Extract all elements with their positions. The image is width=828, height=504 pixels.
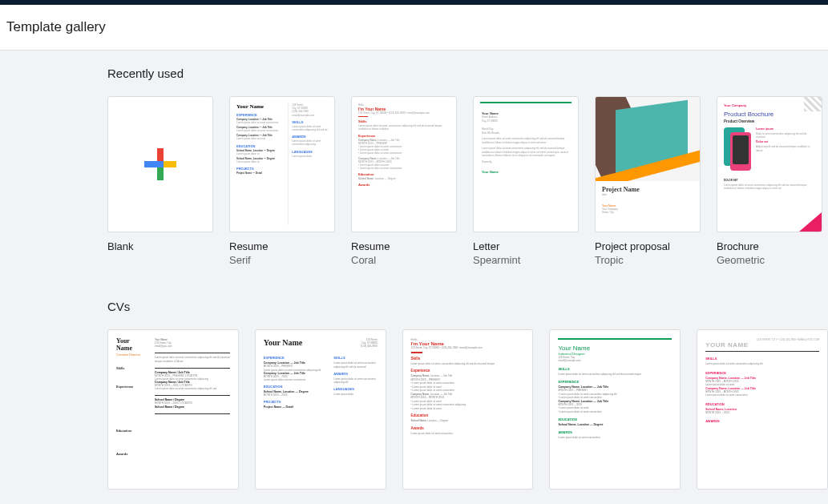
thumb-line: Lorem ipsum dolor sit amet consectetur a… bbox=[482, 147, 570, 158]
thumb-line: Lorem ipsum dolor sit amet, consectetur … bbox=[411, 362, 525, 366]
template-proposal-tropic[interactable]: Project Name date Your Name Your Company… bbox=[595, 96, 701, 268]
thumb-role: Creative Director bbox=[116, 353, 148, 357]
thumb-line: Your Name123 Street, Cityemail@you.com bbox=[155, 338, 230, 349]
thumb-line: Lorem ipsum dolor sit amet bbox=[236, 137, 283, 140]
thumb-line: Lorem ipsum dolor sit amet consectetur bbox=[411, 432, 525, 436]
thumb-heading: PROJECTS bbox=[264, 400, 326, 404]
template-blank[interactable]: Blank bbox=[107, 96, 213, 268]
template-name: Brochure bbox=[717, 240, 822, 254]
thumb-line: MONTH 20XX – 20XX bbox=[705, 411, 819, 415]
template-thumb: Your Name EXPERIENCE Company, Location —… bbox=[229, 96, 335, 232]
thumb-heading: Education bbox=[358, 172, 450, 176]
thumb-line: Dolor sit amet consectetur adipiscing el… bbox=[756, 132, 815, 139]
thumb-line: MONTH 20XX – MONTH 20XXLorem ipsum dolor… bbox=[705, 380, 819, 387]
thumb-art bbox=[596, 97, 700, 181]
thumb-heading: Experience bbox=[411, 369, 525, 373]
thumb-name: Your Name bbox=[264, 338, 302, 347]
template-subname: Serif bbox=[229, 254, 335, 268]
thumb-heading: Education bbox=[411, 413, 525, 417]
thumb-line: Sincerely, bbox=[482, 160, 570, 164]
thumb-line: School Name, Location — Degree bbox=[411, 419, 525, 423]
template-resume-serif[interactable]: Your Name EXPERIENCE Company, Location —… bbox=[229, 96, 335, 268]
thumb-line: Company Name, Location — Job TitleMONTH … bbox=[358, 157, 450, 171]
page-title: Template gallery bbox=[6, 19, 822, 35]
thumb-line: Company Name, Location — Job TitleMONTH … bbox=[411, 393, 525, 411]
content: Recently used Blank bbox=[0, 50, 828, 490]
thumb-heading: SKILLS bbox=[333, 356, 377, 360]
cvs-section: CVs YourName Creative Director Skills Ex… bbox=[107, 300, 828, 490]
thumb-heading: Awards bbox=[411, 426, 525, 430]
thumb-line: MONTH 20XX – 20XX bbox=[264, 393, 326, 397]
template-subname: Coral bbox=[351, 254, 457, 268]
thumb-heading: EXPERIENCE bbox=[705, 371, 819, 375]
thumb-line: 123 Street, City, ST 00000 • (123) 456-7… bbox=[358, 111, 450, 115]
template-brochure-geometric[interactable]: Your Company Product Brochure Product Ov… bbox=[717, 96, 822, 268]
thumb-sep bbox=[358, 116, 368, 117]
template-cv-serif[interactable]: Your Name 123 StreetCity, ST 00000(123) … bbox=[255, 329, 386, 490]
thumb-line: MONTH 20XX – PRESENT• Lorem ipsum dolor … bbox=[558, 389, 672, 400]
thumb-heading: Awards bbox=[116, 452, 148, 456]
thumb-corner bbox=[799, 212, 822, 232]
thumb-line: Lorem ipsum dolor sit amet consectetur bbox=[236, 129, 283, 132]
thumb-line: Street AddressCity, ST 00000 bbox=[482, 115, 570, 123]
thumb-line: MONTH 20XX – PRESENT, LOCATIONLorem ipsu… bbox=[155, 374, 230, 381]
thumb-line: Lorem ipsum dolor sit amet consectetur a… bbox=[482, 137, 570, 144]
thumb-line: MONTH 20XX – 20XX, LOCATIONLorem ipsum d… bbox=[155, 384, 230, 390]
template-cv-modern-writer[interactable]: 123 STREET, CITY • (123) 456-7890 • EMAI… bbox=[697, 329, 828, 490]
thumb-heading: Awards bbox=[358, 183, 450, 187]
thumb-line: Lorem ipsum dolor sit amet consectetur a… bbox=[558, 373, 672, 377]
template-name: Resume bbox=[229, 240, 335, 254]
page-header: Template gallery bbox=[0, 5, 828, 50]
template-letter-spearmint[interactable]: Your Name Street AddressCity, ST 00000 M… bbox=[473, 96, 579, 268]
thumb-line: MONTH 20XX – PRESENTLorem ipsum dolor si… bbox=[264, 365, 326, 371]
thumb-school: School Name / Degree bbox=[155, 405, 230, 409]
thumb-heading: Dolor set bbox=[756, 140, 815, 143]
thumb-heading: SKILLS bbox=[705, 357, 819, 361]
thumb-line: MONTH 20XX – MONTH 20XXLorem ipsum dolor… bbox=[705, 390, 819, 397]
svg-rect-4 bbox=[157, 161, 164, 167]
template-name: Project proposal bbox=[595, 240, 701, 254]
template-name: Resume bbox=[351, 240, 457, 254]
template-thumb bbox=[107, 96, 213, 232]
thumb-heading: PROJECTS bbox=[236, 167, 283, 171]
plus-icon bbox=[141, 145, 180, 183]
thumb-line: Lorem ipsum dolor sit bbox=[236, 152, 283, 155]
template-cv-swiss[interactable]: YourName Creative Director Skills Experi… bbox=[107, 329, 239, 490]
thumb-line: Adipiscing elit sed do eiusmod tempor in… bbox=[756, 145, 815, 151]
thumb-bold: School Name, Location — Degree bbox=[558, 423, 672, 426]
thumb-line: 123 Street, Cityemail@example.com bbox=[558, 356, 672, 363]
template-subname: Spearmint bbox=[473, 254, 579, 268]
thumb-line: Lorem ipsum dolor sit amet consectetur a… bbox=[155, 356, 230, 362]
template-cv-spearmint[interactable]: Your Name Industrial Designer 123 Street… bbox=[549, 329, 681, 490]
thumb-line: Company Name, Location — Job TitleMONTH … bbox=[411, 374, 525, 393]
template-thumb: Hello, I'm Your Name 123 Street, City, S… bbox=[351, 96, 457, 232]
thumb-line: Lorem ipsum dolor sit amet consectetur a… bbox=[705, 362, 819, 366]
thumb-heading: EXPERIENCE bbox=[558, 380, 672, 384]
thumb-your-name: Your Name bbox=[236, 103, 283, 110]
thumb-heading: EXPERIENCE bbox=[236, 113, 283, 117]
thumb-heading: SKILLS bbox=[292, 120, 328, 124]
template-thumb: Your Company Product Brochure Product Ov… bbox=[717, 96, 822, 232]
thumb-line: Lorem ipsum dolor bbox=[292, 155, 328, 158]
thumb-name: YOUR NAME bbox=[705, 341, 819, 349]
thumb-title: Product Brochure bbox=[724, 111, 815, 118]
thumb-line: Lorem ipsum dolor sit amet consectetur bbox=[236, 121, 283, 124]
thumb-accent-bar bbox=[480, 102, 572, 103]
thumb-heading: EDUCATION bbox=[558, 417, 672, 421]
thumb-line: 123 StreetCity, ST 00000(123) 456-7890 bbox=[361, 338, 378, 349]
thumb-line: Lorem ipsum dolor sit amet, consectetur … bbox=[358, 124, 450, 131]
thumb-line: Lorem ipsum dolor sit amet consectetur a… bbox=[333, 361, 377, 368]
template-cv-coral[interactable]: Hello, I'm Your Name 123 Street, City, S… bbox=[402, 329, 534, 490]
thumb-heading: Experience bbox=[116, 385, 148, 389]
template-resume-coral[interactable]: Hello, I'm Your Name 123 Street, City, S… bbox=[351, 96, 457, 268]
thumb-heading: DOLOR SET bbox=[724, 179, 815, 182]
thumb-heading: LANGUAGES bbox=[333, 387, 377, 391]
thumb-line: MONTH 20XX – 20XXLorem ipsum dolor sit a… bbox=[264, 375, 326, 381]
thumb-heading: Skills bbox=[116, 366, 148, 370]
thumb-signature: Your Name bbox=[482, 170, 570, 174]
thumb-heading: Education bbox=[116, 429, 148, 433]
template-thumb: Your Name Street AddressCity, ST 00000 M… bbox=[473, 96, 579, 232]
phone-illustration bbox=[724, 126, 753, 175]
template-name: Letter bbox=[473, 240, 579, 254]
template-thumb: Project Name date Your Name Your Company… bbox=[595, 96, 701, 232]
